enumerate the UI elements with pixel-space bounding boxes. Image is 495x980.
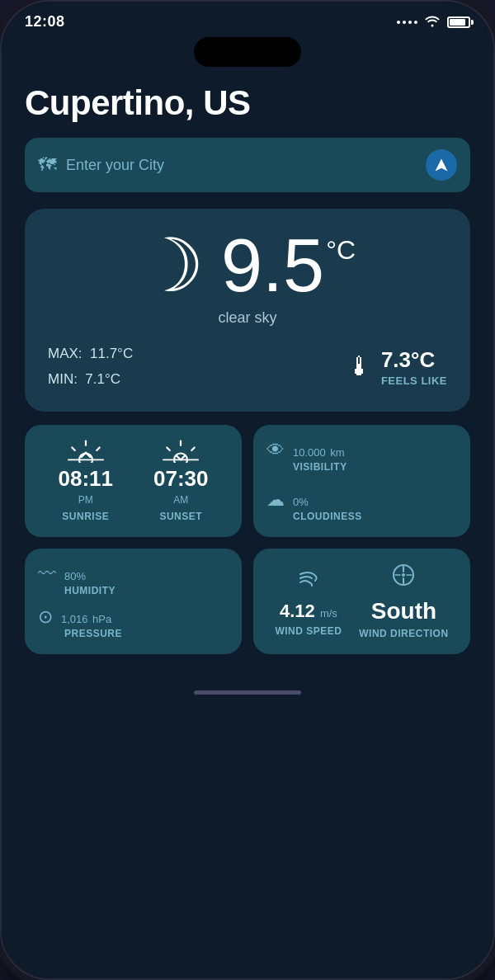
wspd-num: 4.12 bbox=[280, 601, 315, 621]
vis-unit: km bbox=[330, 446, 344, 459]
status-icons bbox=[397, 14, 470, 31]
sunset-item: 07:30 AM SUNSET bbox=[153, 438, 209, 522]
wind-speed-label: WIND SPEED bbox=[275, 625, 342, 637]
wifi-icon bbox=[424, 14, 441, 31]
weather-main: ☽ 9.5°C bbox=[48, 229, 447, 303]
grid-row-1: 08:11 PM SUNRISE 07:30 bbox=[25, 425, 470, 537]
pres-unit: hPa bbox=[92, 613, 111, 625]
weather-description: clear sky bbox=[48, 309, 447, 327]
weather-card: ☽ 9.5°C clear sky MAX: 11.7°C MIN: 7.1°C bbox=[25, 209, 470, 412]
sunrise-time: 08:11 bbox=[59, 468, 114, 489]
cloudiness-value: 0% bbox=[293, 491, 309, 510]
weather-details: MAX: 11.7°C MIN: 7.1°C 🌡 7.3°C FEELS LIK… bbox=[48, 342, 447, 392]
phone-screen: 12:08 Cu bbox=[2, 2, 493, 978]
phone-frame: 12:08 Cu bbox=[0, 0, 495, 980]
content-area: Cupertino, US 🗺 Enter your City ☽ 9. bbox=[2, 75, 493, 682]
navigation-icon bbox=[434, 158, 449, 172]
pressure-value: 1,016 hPa bbox=[61, 608, 111, 627]
location-button[interactable] bbox=[426, 149, 457, 181]
vis-num: 10.000 bbox=[293, 446, 326, 459]
wspd-unit: m/s bbox=[320, 607, 337, 620]
max-temp: 11.7°C bbox=[90, 346, 133, 361]
humidity-pressure-card: 〰 80% HUMIDITY ⊙ 1,016 hPa bbox=[25, 549, 242, 654]
humidity-label: HUMIDITY bbox=[64, 585, 229, 596]
home-indicator[interactable] bbox=[194, 690, 301, 695]
wind-direction-item: South WIND DIRECTION bbox=[359, 563, 448, 639]
pres-num: 1,016 bbox=[61, 613, 88, 625]
hum-unit: % bbox=[76, 570, 86, 582]
feels-like-temp: 7.3°C bbox=[381, 347, 447, 373]
wind-direction-label: WIND DIRECTION bbox=[359, 628, 448, 639]
dynamic-island bbox=[194, 37, 301, 67]
sunset-icon bbox=[163, 438, 199, 463]
temperature-display: 9.5°C bbox=[221, 229, 324, 303]
humidity-value: 80% bbox=[64, 565, 86, 584]
svg-line-3 bbox=[97, 448, 100, 451]
battery-icon bbox=[447, 16, 470, 28]
cloud-unit: % bbox=[299, 496, 309, 508]
humidity-item: 〰 80% bbox=[38, 563, 229, 585]
wind-direction-value: South bbox=[371, 598, 436, 624]
grid-row-2: 〰 80% HUMIDITY ⊙ 1,016 hPa bbox=[25, 549, 470, 654]
min-temp: 7.1°C bbox=[85, 371, 120, 387]
thermometer-icon: 🌡 bbox=[346, 351, 373, 382]
wind-speed-value: 4.12 m/s bbox=[280, 601, 337, 622]
visibility-value: 10.000 km bbox=[293, 441, 345, 460]
cloudiness-item: ☁ 0% bbox=[266, 489, 457, 511]
sunset-label: SUNSET bbox=[159, 511, 202, 522]
visibility-item: 👁 10.000 km bbox=[266, 440, 457, 461]
status-time: 12:08 bbox=[25, 13, 65, 31]
cloudiness-label: CLOUDINESS bbox=[293, 511, 457, 522]
sunset-time: 07:30 bbox=[153, 468, 209, 489]
hum-num: 80 bbox=[64, 570, 76, 582]
wind-speed-item: 4.12 m/s WIND SPEED bbox=[275, 566, 342, 637]
svg-point-11 bbox=[402, 573, 405, 577]
visibility-label: VISIBILITY bbox=[293, 461, 457, 473]
map-icon: 🗺 bbox=[38, 154, 56, 176]
humidity-icon: 〰 bbox=[38, 563, 56, 585]
svg-line-2 bbox=[72, 448, 75, 451]
pressure-item: ⊙ 1,016 hPa bbox=[38, 606, 229, 628]
sunrise-period: PM bbox=[78, 494, 93, 506]
feels-like-section: 🌡 7.3°C FEELS LIKE bbox=[346, 347, 447, 387]
search-bar[interactable]: 🗺 Enter your City bbox=[25, 138, 470, 192]
pressure-label: PRESSURE bbox=[64, 628, 229, 639]
activity-dots-icon bbox=[397, 21, 417, 24]
sunrise-label: SUNRISE bbox=[62, 511, 109, 522]
compass-icon bbox=[392, 563, 415, 591]
sun-card: 08:11 PM SUNRISE 07:30 bbox=[25, 425, 242, 537]
sunset-period: AM bbox=[173, 494, 188, 506]
temp-unit: °C bbox=[326, 237, 356, 263]
eye-icon: 👁 bbox=[266, 440, 285, 461]
visibility-cloudiness-card: 👁 10.000 km VISIBILITY ☁ 0% bbox=[253, 425, 470, 537]
max-min-temps: MAX: 11.7°C MIN: 7.1°C bbox=[48, 342, 133, 392]
wind-speed-icon bbox=[297, 566, 320, 594]
svg-line-8 bbox=[191, 448, 195, 451]
svg-point-0 bbox=[79, 454, 92, 463]
wind-card: 4.12 m/s WIND SPEED bbox=[253, 549, 470, 654]
status-bar: 12:08 bbox=[2, 2, 493, 37]
sunrise-item: 08:11 PM SUNRISE bbox=[59, 438, 114, 522]
pressure-icon: ⊙ bbox=[38, 606, 53, 628]
city-title: Cupertino, US bbox=[25, 83, 470, 123]
cloud-icon: ☁ bbox=[266, 489, 285, 511]
moon-icon: ☽ bbox=[138, 229, 205, 303]
svg-line-7 bbox=[167, 448, 171, 451]
temp-value: 9.5 bbox=[221, 224, 324, 307]
sunrise-icon bbox=[68, 438, 104, 463]
search-placeholder: Enter your City bbox=[66, 157, 416, 174]
feels-like-label: FEELS LIKE bbox=[381, 375, 447, 387]
